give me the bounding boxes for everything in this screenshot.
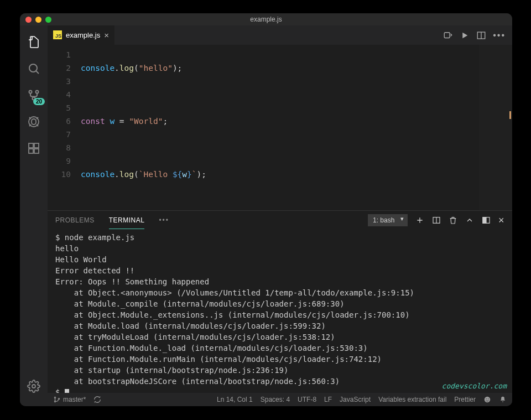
tab-terminal[interactable]: TERMINAL [109, 212, 145, 229]
svg-point-20 [488, 398, 488, 399]
svg-point-2 [36, 91, 39, 94]
svg-rect-10 [444, 32, 450, 38]
language-mode[interactable]: JavaScript [340, 396, 371, 403]
status-bar: master* Ln 14, Col 1 Spaces: 4 UTF-8 LF … [48, 393, 512, 406]
svg-rect-8 [34, 149, 39, 153]
tab-example-js[interactable]: JS example.js × [48, 25, 114, 45]
terminal-output[interactable]: $ node example.js hello Hello World Erro… [48, 230, 512, 393]
line-gutter: 12 34 56 78 910 [48, 45, 81, 210]
prettier-status[interactable]: Prettier [454, 396, 476, 403]
svg-point-9 [32, 385, 35, 388]
minimap[interactable] [479, 45, 512, 210]
extension-status[interactable]: Variables extraction fail [378, 396, 446, 403]
compare-changes-icon[interactable] [443, 30, 453, 40]
explorer-icon[interactable] [20, 31, 47, 53]
panel-tabs: PROBLEMS TERMINAL ••• 1: bash [48, 211, 512, 230]
cursor-position[interactable]: Ln 14, Col 1 [217, 396, 253, 403]
debug-icon[interactable] [20, 111, 47, 133]
source-control-icon[interactable]: 20 [20, 84, 47, 106]
split-terminal-icon[interactable] [432, 216, 441, 225]
watermark: codevscolor.com [442, 381, 507, 392]
settings-gear-icon[interactable] [20, 375, 47, 397]
close-tab-icon[interactable]: × [104, 30, 109, 40]
svg-point-19 [486, 398, 487, 399]
scm-badge: 20 [33, 98, 45, 105]
new-terminal-icon[interactable] [415, 216, 424, 225]
code-content[interactable]: console.log("hello"); const w = "World";… [81, 45, 512, 210]
window-title: example.js [20, 15, 512, 23]
main-area: JS example.js × ••• 12 34 56 78 [48, 25, 512, 406]
bottom-panel: PROBLEMS TERMINAL ••• 1: bash [48, 210, 512, 393]
svg-rect-5 [29, 143, 33, 148]
titlebar: example.js [20, 13, 512, 25]
svg-point-1 [29, 91, 32, 94]
encoding[interactable]: UTF-8 [298, 396, 316, 403]
window-body: 20 JS example.js × [20, 25, 512, 406]
run-icon[interactable] [460, 30, 470, 40]
svg-rect-6 [34, 143, 39, 148]
activity-bar: 20 [20, 25, 48, 406]
js-file-icon: JS [53, 30, 62, 39]
chevron-up-icon[interactable] [465, 216, 474, 225]
indentation[interactable]: Spaces: 4 [261, 396, 290, 403]
feedback-icon[interactable] [483, 396, 491, 403]
sync-icon[interactable] [93, 396, 101, 403]
more-actions-icon[interactable]: ••• [493, 30, 506, 40]
code-editor[interactable]: 12 34 56 78 910 console.log("hello"); co… [48, 45, 512, 210]
svg-point-15 [54, 397, 55, 398]
svg-point-16 [54, 401, 55, 402]
terminal-select[interactable]: 1: bash [368, 214, 408, 226]
svg-point-0 [29, 64, 37, 72]
svg-rect-14 [483, 217, 486, 224]
tab-label: example.js [66, 31, 100, 39]
bell-icon[interactable] [499, 396, 507, 403]
tab-problems[interactable]: PROBLEMS [55, 212, 95, 229]
extensions-icon[interactable] [20, 137, 47, 159]
svg-point-18 [485, 397, 491, 403]
editor-tabs: JS example.js × ••• [48, 25, 512, 45]
maximize-panel-icon[interactable] [482, 216, 491, 225]
close-panel-icon[interactable]: × [498, 215, 504, 226]
panel-more-icon[interactable]: ••• [159, 216, 169, 224]
svg-point-17 [58, 398, 59, 400]
editor-actions: ••• [443, 25, 512, 45]
eol[interactable]: LF [324, 396, 332, 403]
kill-terminal-icon[interactable] [449, 216, 457, 225]
svg-rect-7 [29, 149, 33, 153]
search-icon[interactable] [20, 58, 47, 80]
vscode-window: example.js 20 [20, 13, 512, 406]
git-branch[interactable]: master* [53, 396, 86, 403]
terminal-cursor [65, 389, 69, 393]
split-editor-icon[interactable] [476, 30, 486, 40]
